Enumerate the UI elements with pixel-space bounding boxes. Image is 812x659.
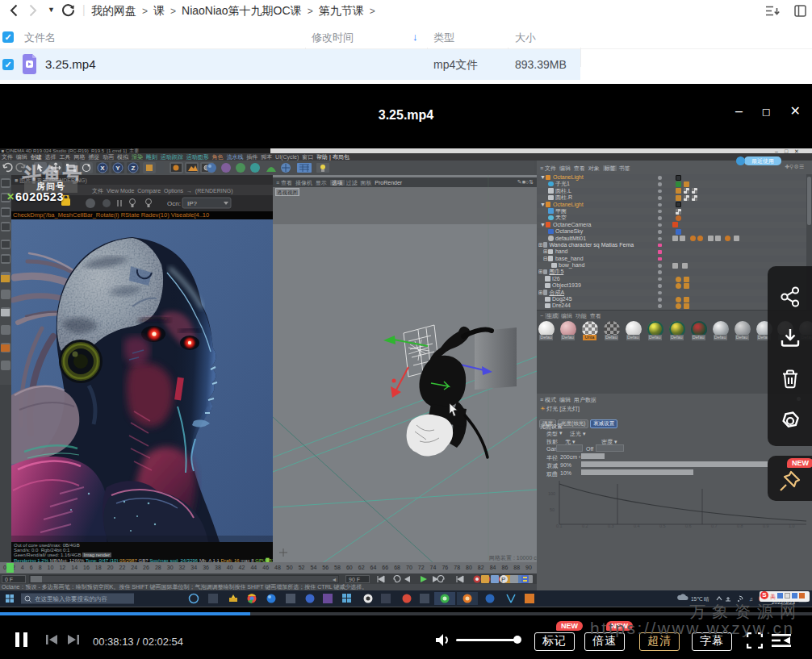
- svg-text:0.8: 0.8: [737, 523, 743, 528]
- svg-text:0.2: 0.2: [582, 523, 588, 528]
- svg-text:0.3: 0.3: [608, 523, 614, 528]
- svg-text:50: 50: [550, 507, 555, 512]
- svg-text:在这里输入你要搜索的内容: 在这里输入你要搜索的内容: [35, 595, 107, 603]
- svg-text:0.5: 0.5: [659, 523, 666, 528]
- svg-text:Ocn:: Ocn:: [167, 200, 181, 207]
- svg-text:IP?: IP?: [187, 200, 198, 207]
- svg-text:100: 100: [548, 491, 555, 496]
- svg-text:网格装置 : 10000 cm: 网格装置 : 10000 cm: [489, 555, 537, 561]
- svg-text:Z: Z: [132, 165, 136, 172]
- svg-text:0.1: 0.1: [556, 523, 563, 528]
- svg-text:1.0: 1.0: [789, 523, 795, 528]
- svg-text:Y: Y: [115, 165, 120, 172]
- svg-text:P: P: [501, 576, 505, 583]
- svg-text:0.7: 0.7: [711, 523, 718, 528]
- svg-text:0.6: 0.6: [685, 523, 692, 528]
- svg-text:0.9: 0.9: [763, 523, 769, 528]
- svg-text:0.4: 0.4: [634, 523, 640, 528]
